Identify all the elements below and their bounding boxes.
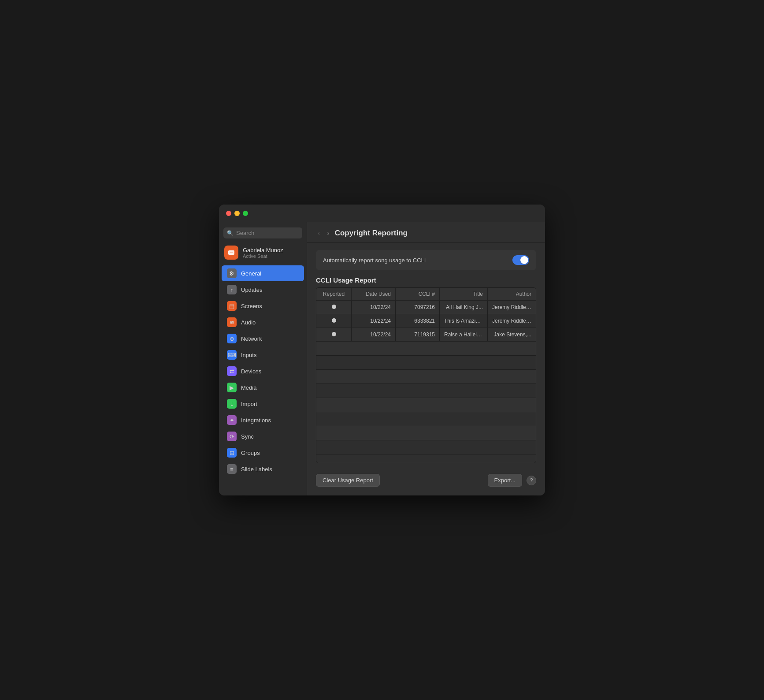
sidebar-item-label: Integrations [241,417,271,424]
close-button[interactable] [226,211,231,216]
cell-date-used: 10/22/24 [352,314,396,328]
help-button[interactable]: ? [527,476,536,485]
main-area: 🔍 Gabriela Munoz Active Seat [219,222,545,495]
col-author: Author [488,288,536,300]
forward-arrow[interactable]: › [325,228,331,238]
sidebar-item-inputs[interactable]: ⌨ Inputs [222,347,304,363]
sidebar-item-label: Devices [241,368,261,375]
cell-reported [316,314,352,328]
empty-table-row [316,440,536,454]
sidebar-item-import[interactable]: ⤓ Import [222,396,304,412]
sidebar-item-label: Slide Labels [241,466,272,473]
maximize-button[interactable] [243,211,248,216]
sidebar-item-label: Audio [241,319,256,326]
sidebar-item-network[interactable]: ⊕ Network [222,331,304,346]
sidebar-item-label: Import [241,401,257,407]
page-title: Copyright Reporting [335,229,408,238]
bottom-right: Export... ? [488,474,536,487]
main-content: ‹ › Copyright Reporting Automatically re… [307,222,545,495]
cell-date-used: 10/22/24 [352,301,396,314]
svg-rect-2 [230,252,233,253]
sidebar-item-integrations[interactable]: ✦ Integrations [222,412,304,428]
sidebar-item-screens[interactable]: ▤ Screens [222,298,304,314]
auto-report-toggle[interactable] [512,255,529,265]
sidebar-item-updates[interactable]: ↑ Updates [222,282,304,298]
svg-rect-1 [228,250,234,255]
table-header: Reported Date Used CCLI # Title Author [316,288,536,301]
cell-ccli-num: 6333821 [396,314,440,328]
cell-title: This Is Amazin... [440,314,488,328]
cell-author: Jake Stevens,... [488,328,536,341]
table-row: 10/22/24 7097216 All Hail King J... Jere… [316,301,536,314]
empty-table-row [316,384,536,398]
user-info: Gabriela Munoz Active Seat [243,247,283,259]
cell-reported [316,328,352,341]
auto-report-label: Automatically report song usage to CCLI [323,257,426,264]
inputs-icon: ⌨ [227,350,237,360]
groups-icon: ⊞ [227,448,237,458]
sidebar: 🔍 Gabriela Munoz Active Seat [219,222,307,495]
back-arrow[interactable]: ‹ [316,228,322,238]
empty-table-row [316,342,536,356]
audio-icon: ≋ [227,317,237,327]
traffic-lights [226,211,248,216]
minimize-button[interactable] [234,211,240,216]
empty-table-row [316,426,536,440]
sync-icon: ⟳ [227,432,237,441]
export-button[interactable]: Export... [488,474,522,487]
devices-icon: ⇄ [227,366,237,376]
avatar [224,246,238,260]
report-title: CCLI Usage Report [316,276,536,284]
table-row: 10/22/24 6333821 This Is Amazin... Jerem… [316,314,536,328]
auto-report-row: Automatically report song usage to CCLI [316,250,536,270]
sidebar-item-general[interactable]: ⚙ General [222,265,304,281]
sidebar-item-label: Media [241,384,256,391]
network-icon: ⊕ [227,334,237,343]
sidebar-item-media[interactable]: ▶ Media [222,380,304,395]
sidebar-item-label: Groups [241,450,260,456]
sidebar-item-slidelabels[interactable]: ≡ Slide Labels [222,461,304,477]
empty-table-row [316,370,536,384]
title-bar [219,205,545,222]
import-icon: ⤓ [227,399,237,409]
sidebar-item-label: Network [241,335,262,342]
col-date-used: Date Used [352,288,396,300]
cell-ccli-num: 7097216 [396,301,440,314]
sidebar-item-label: Screens [241,303,262,309]
cell-author: Jeremy Riddle,... [488,301,536,314]
integrations-icon: ✦ [227,415,237,425]
cell-author: Jeremy Riddle,... [488,314,536,328]
media-icon: ▶ [227,383,237,392]
action-bar: Clear Usage Report Export... ? [316,469,536,488]
sidebar-item-groups[interactable]: ⊞ Groups [222,445,304,461]
user-name: Gabriela Munoz [243,247,283,253]
table-row: 10/22/24 7119315 Raise a Hallelu... Jake… [316,328,536,342]
slidelabels-icon: ≡ [227,464,237,474]
updates-icon: ↑ [227,285,237,294]
screens-icon: ▤ [227,301,237,311]
sidebar-item-sync[interactable]: ⟳ Sync [222,428,304,444]
sidebar-item-audio[interactable]: ≋ Audio [222,314,304,330]
app-window: 🔍 Gabriela Munoz Active Seat [219,205,545,495]
user-role: Active Seat [243,253,283,259]
cell-reported [316,301,352,314]
col-ccli-num: CCLI # [396,288,440,300]
search-bar[interactable]: 🔍 [223,227,302,238]
sidebar-item-devices[interactable]: ⇄ Devices [222,363,304,379]
nav-list: ⚙ General ↑ Updates ▤ Screens ≋ Audio ⊕ … [219,265,307,477]
col-reported: Reported [316,288,352,300]
search-input[interactable] [236,230,299,236]
sidebar-item-label: Sync [241,433,254,440]
cell-ccli-num: 7119315 [396,328,440,341]
search-icon: 🔍 [227,230,234,236]
empty-table-row [316,398,536,412]
empty-table-row [316,356,536,370]
reported-dot [332,318,336,323]
clear-usage-report-button[interactable]: Clear Usage Report [316,474,380,487]
cell-date-used: 10/22/24 [352,328,396,341]
cell-title: All Hail King J... [440,301,488,314]
report-table: Reported Date Used CCLI # Title Author 1… [316,287,536,463]
user-block: Gabriela Munoz Active Seat [219,243,307,265]
sidebar-item-label: Updates [241,287,262,293]
general-icon: ⚙ [227,268,237,278]
